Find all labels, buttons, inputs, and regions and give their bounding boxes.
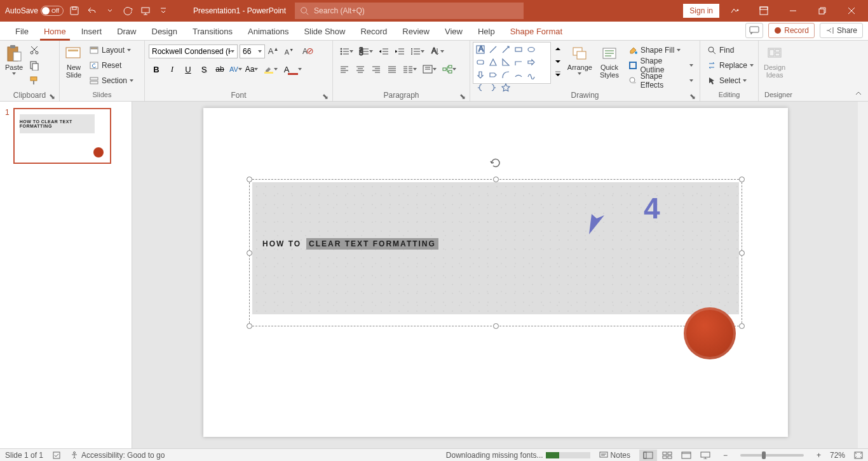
select-button[interactable]: Select: [704, 74, 756, 88]
slide-canvas[interactable]: 4 HOW TO CLEAR TEXT FORMATTING: [132, 102, 868, 448]
underline-button[interactable]: U: [180, 62, 196, 76]
arrange-button[interactable]: Arrange: [565, 42, 595, 90]
tab-help[interactable]: Help: [470, 23, 503, 40]
italic-button[interactable]: I: [165, 62, 180, 76]
record-button[interactable]: Record: [768, 23, 815, 38]
maximize-icon[interactable]: [808, 0, 836, 22]
collapse-ribbon-icon[interactable]: [853, 90, 864, 98]
title-text[interactable]: HOW TO CLEAR TEXT FORMATTING: [262, 238, 438, 250]
shape-fill-button[interactable]: Shape Fill: [625, 43, 696, 57]
paste-button[interactable]: Paste: [3, 42, 25, 90]
shape-arrow-down-icon[interactable]: [475, 69, 486, 81]
tab-transitions[interactable]: Transitions: [185, 23, 240, 40]
change-case-button[interactable]: Aa: [244, 62, 259, 76]
share-button[interactable]: Share: [820, 23, 863, 38]
gallery-up-icon[interactable]: [553, 43, 562, 55]
format-painter-button[interactable]: [27, 74, 42, 88]
reset-button[interactable]: Reset: [86, 58, 136, 72]
tab-review[interactable]: Review: [395, 23, 437, 40]
shape-triangle-icon[interactable]: [487, 57, 499, 68]
resize-handle[interactable]: [247, 250, 252, 256]
highlight-button[interactable]: [260, 62, 281, 76]
shape-rect-icon[interactable]: [513, 44, 524, 55]
tab-slide-show[interactable]: Slide Show: [296, 23, 353, 40]
accessibility-button[interactable]: Accessibility: Good to go: [70, 451, 165, 460]
close-icon[interactable]: [837, 0, 865, 22]
shape-elbow-icon[interactable]: [513, 57, 524, 68]
smartart-button[interactable]: [440, 62, 459, 76]
clear-formatting-button[interactable]: A⊘: [297, 44, 313, 58]
fit-to-window-icon[interactable]: [854, 451, 863, 459]
shape-freeform-icon[interactable]: [526, 69, 537, 81]
copy-button[interactable]: [27, 58, 42, 72]
design-ideas-button[interactable]: Design Ideas: [761, 42, 788, 90]
section-button[interactable]: Section: [86, 74, 136, 88]
ribbon-display-icon[interactable]: [750, 0, 778, 22]
coming-soon-icon[interactable]: [721, 0, 749, 22]
reading-view-icon[interactable]: [677, 450, 695, 461]
title-textbox[interactable]: 4 HOW TO CLEAR TEXT FORMATTING: [249, 179, 742, 326]
align-right-button[interactable]: [369, 62, 384, 76]
resize-handle[interactable]: [493, 323, 499, 329]
quick-styles-button[interactable]: Quick Styles: [597, 42, 621, 90]
spellcheck-icon[interactable]: [52, 451, 61, 460]
present-icon[interactable]: [139, 4, 153, 18]
undo-icon[interactable]: [85, 4, 99, 18]
layout-button[interactable]: Layout: [86, 43, 136, 57]
shape-arc-icon[interactable]: [513, 69, 524, 81]
tab-home[interactable]: Home: [36, 23, 74, 40]
cut-button[interactable]: [27, 43, 42, 57]
shape-textbox-icon[interactable]: A: [475, 44, 486, 55]
qat-more-icon[interactable]: [156, 4, 170, 18]
shapes-gallery[interactable]: A: [473, 42, 551, 84]
autosave-switch[interactable]: Off: [41, 6, 64, 16]
search-box[interactable]: [295, 3, 524, 19]
columns-button[interactable]: [400, 62, 419, 76]
autosave-toggle[interactable]: AutoSave Off: [5, 6, 64, 16]
increase-font-button[interactable]: A▲: [266, 44, 281, 58]
slide-counter[interactable]: Slide 1 of 1: [5, 451, 43, 460]
notes-button[interactable]: Notes: [599, 451, 630, 460]
shape-curve-icon[interactable]: [500, 69, 512, 81]
tab-design[interactable]: Design: [144, 23, 185, 40]
redo-icon[interactable]: [121, 4, 135, 18]
slides-panel[interactable]: 1 HOW TO CLEAR TEXT FORMATTING: [0, 102, 132, 448]
search-input[interactable]: [314, 6, 519, 15]
zoom-slider[interactable]: [740, 454, 804, 457]
shadow-button[interactable]: S: [196, 62, 212, 76]
clipboard-launcher-icon[interactable]: ⬊: [49, 92, 55, 98]
font-name-combo[interactable]: Rockwell Condensed (He: [149, 44, 238, 58]
gallery-down-icon[interactable]: [553, 56, 562, 67]
sorter-view-icon[interactable]: [658, 450, 676, 461]
paragraph-launcher-icon[interactable]: ⬊: [459, 92, 466, 98]
thumb-preview[interactable]: HOW TO CLEAR TEXT FORMATTING: [13, 108, 111, 164]
resize-handle[interactable]: [739, 250, 745, 256]
rotate-handle-icon[interactable]: [489, 157, 502, 170]
normal-view-icon[interactable]: [639, 450, 657, 461]
align-center-button[interactable]: [353, 62, 368, 76]
tab-record[interactable]: Record: [353, 23, 395, 40]
drawing-launcher-icon[interactable]: ⬊: [689, 92, 696, 98]
tab-animations[interactable]: Animations: [240, 23, 296, 40]
shape-outline-button[interactable]: Shape Outline: [625, 58, 696, 72]
strike-button[interactable]: ab: [212, 62, 227, 76]
shape-oval-icon[interactable]: [526, 44, 537, 55]
decrease-font-button[interactable]: A▼: [281, 44, 297, 58]
tab-shape-format[interactable]: Shape Format: [503, 23, 570, 40]
minimize-icon[interactable]: [779, 0, 807, 22]
bold-button[interactable]: B: [149, 62, 164, 76]
line-spacing-button[interactable]: [408, 44, 427, 58]
shape-pentagon-icon[interactable]: [487, 69, 499, 81]
slide-thumbnail-1[interactable]: 1 HOW TO CLEAR TEXT FORMATTING: [5, 108, 126, 164]
char-spacing-button[interactable]: AV: [228, 62, 243, 76]
tab-view[interactable]: View: [437, 23, 470, 40]
shape-effects-button[interactable]: Shape Effects: [625, 74, 696, 88]
shape-line-icon[interactable]: [487, 44, 499, 55]
signin-button[interactable]: Sign in: [683, 4, 719, 18]
resize-handle[interactable]: [247, 177, 252, 182]
decrease-indent-button[interactable]: [376, 44, 391, 58]
shape-arrow-right-icon[interactable]: [526, 57, 537, 68]
shape-arrow-line-icon[interactable]: [500, 44, 512, 55]
new-slide-button[interactable]: New Slide: [62, 42, 85, 90]
zoom-out-button[interactable]: −: [723, 451, 728, 460]
